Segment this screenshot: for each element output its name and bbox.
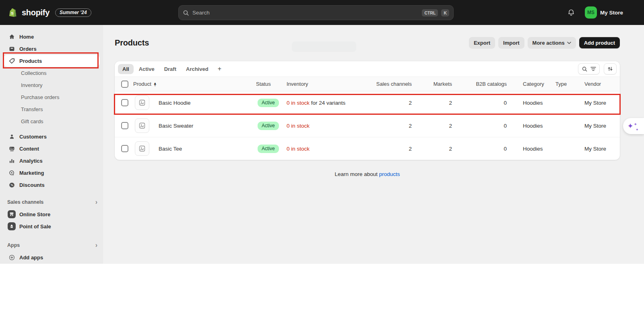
tab-archived[interactable]: Archived [182,64,213,74]
store-menu-button[interactable]: MS My Store [585,6,623,19]
markets-count: 2 [413,137,453,160]
filter-icon [590,66,596,71]
add-view-button[interactable]: + [214,64,225,73]
sidebar-item-marketing[interactable]: Marketing [3,167,100,179]
section-label: Sales channels [7,199,43,205]
products-link[interactable]: products [379,171,400,177]
search-and-filter-button[interactable] [578,63,600,74]
sidebar-item-label: Customers [19,134,47,140]
column-type: Type [553,77,582,91]
column-vendor: Vendor [582,77,620,91]
home-icon [8,33,15,40]
row-checkbox[interactable] [121,99,128,106]
table-row[interactable]: Basic Sweater Active 0 in stock 2 2 0 Ho… [115,114,620,137]
sidebar-item-online-store[interactable]: Online Store [3,208,100,220]
version-badge: Summer '24 [55,8,91,17]
sidebar-item-label: Inventory [21,82,42,88]
sidebar-item-transfers[interactable]: Transfers [3,103,100,115]
sidebar-item-label: Transfers [21,106,43,112]
page-title: Products [115,38,149,48]
sidebar-item-customers[interactable]: Customers [3,130,100,143]
status-badge: Active [258,99,279,107]
sidebar-item-label: Purchase orders [21,94,59,100]
product-name[interactable]: Basic Hoodie [159,100,191,106]
sidebar-item-orders[interactable]: Orders [3,43,100,55]
search-input[interactable]: Search CTRL K [178,5,454,20]
sidebar-item-content[interactable]: Content [3,143,100,155]
type-value [553,91,582,114]
sidebar-item-home[interactable]: Home [3,31,100,43]
export-button[interactable]: Export [469,37,495,48]
table-header-row: Product▲▼ Status Inventory Sales channel… [115,77,620,91]
table-row[interactable]: Basic Hoodie Active 0 in stock for 24 va… [115,91,620,114]
row-checkbox[interactable] [121,122,128,129]
select-all-checkbox[interactable] [121,81,128,88]
tab-all[interactable]: All [118,64,134,74]
search-icon [183,10,189,16]
sidebar-item-label: Marketing [19,170,44,176]
sidekick-button[interactable]: ✦✦✦ [623,118,644,134]
product-name[interactable]: Basic Sweater [159,123,193,129]
sidebar-item-gift-cards[interactable]: Gift cards [3,115,100,127]
stock-note: for 24 variants [310,100,345,106]
sort-button[interactable] [604,63,617,74]
brand: S shopify Summer '24 [7,0,91,25]
apps-header[interactable]: Apps › [3,239,100,251]
sidebar-item-analytics[interactable]: Analytics [3,155,100,167]
sidebar-item-label: Orders [19,46,37,52]
b2b-count: 0 [453,137,508,160]
table-row[interactable]: Basic Tee Active 0 in stock 2 2 0 Hoodie… [115,137,620,160]
more-actions-button[interactable]: More actions [528,37,576,48]
column-b2b-catalogs: B2B catalogs [453,77,508,91]
markets-count: 2 [413,114,453,137]
add-product-button[interactable]: Add product [579,37,620,48]
column-category: Category [508,77,553,91]
category-value: Hoodies [508,114,553,137]
sidebar-item-label: Gift cards [21,118,43,124]
learn-more-text: Learn more about [334,171,379,177]
view-tabs: All Active Draft Archived + [115,61,620,77]
stock-value: 0 in stock [287,123,310,129]
sidebar-item-point-of-sale[interactable]: s Point of Sale [3,220,100,232]
product-name[interactable]: Basic Tee [159,146,182,152]
svg-text:S: S [11,11,14,15]
vendor-value: My Store [582,137,620,160]
sidebar-item-products[interactable]: Products [3,55,100,67]
tab-active[interactable]: Active [134,64,159,74]
main-content: Products Export Import More actions Add … [103,25,644,264]
column-inventory: Inventory [287,77,374,91]
shopify-logo-icon: S [7,7,18,18]
sidebar-item-inventory[interactable]: Inventory [3,79,100,91]
sidebar-item-collections[interactable]: Collections [3,67,100,79]
more-actions-label: More actions [533,40,565,46]
sidebar-item-label: Collections [21,70,47,76]
page-header: Products Export Import More actions Add … [115,36,620,49]
search-icon [582,66,588,72]
stock-value: 0 in stock [287,100,310,106]
kbd-ctrl: CTRL [422,9,438,17]
search-placeholder: Search [192,10,419,16]
sidebar-item-add-apps[interactable]: Add apps [3,251,100,263]
section-label: Apps [7,242,20,248]
sidebar-item-discounts[interactable]: % Discounts [3,179,100,191]
analytics-icon [8,157,15,164]
tag-icon [8,57,15,64]
sidebar-item-label: Online Store [19,211,50,217]
sidebar-item-label: Point of Sale [19,223,51,230]
products-table: Product▲▼ Status Inventory Sales channel… [115,77,620,160]
row-checkbox[interactable] [121,145,128,152]
online-store-icon [8,210,16,218]
type-value [553,137,582,160]
ghost-toast [292,41,356,52]
sales-channels-header[interactable]: Sales channels › [3,196,100,208]
sidebar-item-label: Analytics [19,158,43,164]
kbd-k: K [441,9,449,17]
column-product[interactable]: Product▲▼ [133,77,256,91]
notifications-button[interactable] [565,6,578,19]
tab-draft[interactable]: Draft [160,64,181,74]
sales-channels-count: 2 [374,114,413,137]
import-button[interactable]: Import [498,37,524,48]
sidebar-item-purchase-orders[interactable]: Purchase orders [3,91,100,103]
tab-tools [578,63,617,74]
svg-text:s: s [11,225,12,228]
